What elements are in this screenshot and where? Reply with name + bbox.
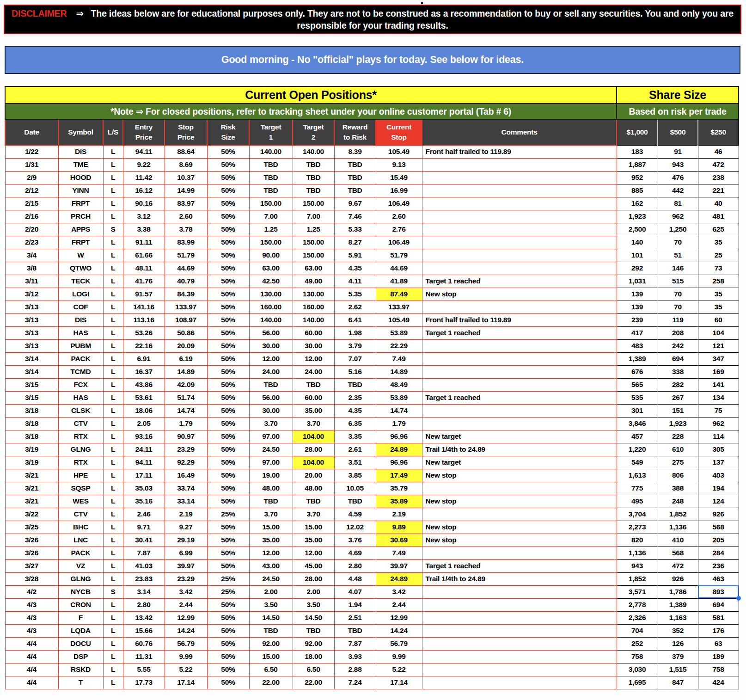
cell-target-2[interactable]: 104.00: [293, 456, 334, 469]
cell-shares-250[interactable]: 194: [698, 482, 739, 495]
cell-entry-price[interactable]: 94.11: [123, 456, 165, 469]
cell-shares-500[interactable]: 282: [658, 378, 698, 391]
cell-risk-size[interactable]: 50%: [207, 663, 249, 676]
cell-comment[interactable]: Front half trailed to 119.89: [422, 145, 617, 158]
cell-entry-price[interactable]: 23.83: [123, 572, 165, 585]
cell-reward-to-risk[interactable]: 3.79: [334, 339, 376, 352]
cell-date[interactable]: 3/4: [5, 249, 58, 262]
cell-stop-price[interactable]: 23.29: [165, 443, 207, 456]
cell-long-short[interactable]: L: [103, 534, 123, 546]
cell-entry-price[interactable]: 61.66: [123, 249, 165, 262]
cell-date[interactable]: 4/4: [5, 676, 58, 689]
cell-symbol[interactable]: HAS: [58, 391, 103, 404]
cell-shares-1000[interactable]: 565: [617, 378, 658, 391]
cell-shares-1000[interactable]: 775: [617, 482, 658, 495]
cell-current-stop[interactable]: 9.89: [376, 521, 422, 534]
cell-shares-500[interactable]: 1,923: [658, 417, 698, 430]
cell-shares-250[interactable]: 114: [698, 430, 739, 443]
cell-long-short[interactable]: L: [103, 301, 123, 313]
cell-long-short[interactable]: L: [103, 378, 123, 391]
cell-risk-size[interactable]: 50%: [207, 534, 249, 546]
cell-comment[interactable]: [422, 546, 617, 559]
cell-entry-price[interactable]: 3.12: [123, 210, 165, 223]
cell-long-short[interactable]: L: [103, 443, 123, 456]
cell-shares-1000[interactable]: 2,500: [617, 223, 658, 236]
cell-comment[interactable]: [422, 339, 617, 352]
cell-comment[interactable]: [422, 197, 617, 210]
cell-risk-size[interactable]: 50%: [207, 197, 249, 210]
cell-target-1[interactable]: 63.00: [249, 262, 293, 275]
cell-shares-250[interactable]: 63: [698, 637, 739, 650]
cell-target-1[interactable]: 22.00: [249, 676, 293, 689]
cell-current-stop[interactable]: 51.79: [376, 249, 422, 262]
cell-risk-size[interactable]: 50%: [207, 676, 249, 689]
cell-shares-250[interactable]: 568: [698, 521, 739, 534]
cell-reward-to-risk[interactable]: 4.07: [334, 585, 376, 598]
cell-comment[interactable]: Target 1 reached: [422, 391, 617, 404]
cell-entry-price[interactable]: 15.66: [123, 624, 165, 637]
cell-target-2[interactable]: TBD: [293, 495, 334, 508]
cell-entry-price[interactable]: 60.76: [123, 637, 165, 650]
cell-long-short[interactable]: L: [103, 184, 123, 197]
cell-entry-price[interactable]: 53.26: [123, 326, 165, 339]
cell-shares-500[interactable]: 1,389: [658, 598, 698, 611]
cell-shares-1000[interactable]: 162: [617, 197, 658, 210]
cell-symbol[interactable]: LQDA: [58, 624, 103, 637]
cell-long-short[interactable]: L: [103, 158, 123, 171]
cell-reward-to-risk[interactable]: 8.27: [334, 236, 376, 249]
cell-risk-size[interactable]: 50%: [207, 404, 249, 417]
cell-current-stop[interactable]: 16.99: [376, 184, 422, 197]
cell-target-2[interactable]: 12.00: [293, 352, 334, 365]
cell-shares-1000[interactable]: 301: [617, 404, 658, 417]
cell-stop-price[interactable]: 44.69: [165, 262, 207, 275]
cell-entry-price[interactable]: 141.16: [123, 301, 165, 313]
cell-current-stop[interactable]: 14.24: [376, 624, 422, 637]
cell-stop-price[interactable]: 33.74: [165, 482, 207, 495]
cell-stop-price[interactable]: 33.14: [165, 495, 207, 508]
cell-current-stop[interactable]: 14.74: [376, 404, 422, 417]
cell-target-2[interactable]: 22.00: [293, 676, 334, 689]
cell-long-short[interactable]: L: [103, 611, 123, 624]
cell-shares-250[interactable]: 463: [698, 572, 739, 585]
cell-symbol[interactable]: FRPT: [58, 197, 103, 210]
cell-risk-size[interactable]: 50%: [207, 326, 249, 339]
cell-shares-250[interactable]: 893: [698, 585, 739, 598]
cell-stop-price[interactable]: 6.19: [165, 352, 207, 365]
cell-shares-1000[interactable]: 1,031: [617, 275, 658, 288]
cell-entry-price[interactable]: 90.16: [123, 197, 165, 210]
cell-comment[interactable]: [422, 262, 617, 275]
cell-long-short[interactable]: L: [103, 275, 123, 288]
cell-symbol[interactable]: T: [58, 676, 103, 689]
cell-risk-size[interactable]: 50%: [207, 210, 249, 223]
cell-entry-price[interactable]: 93.16: [123, 430, 165, 443]
cell-date[interactable]: 1/31: [5, 158, 58, 171]
cell-current-stop[interactable]: 3.42: [376, 585, 422, 598]
cell-shares-500[interactable]: 694: [658, 352, 698, 365]
cell-target-1[interactable]: 160.00: [249, 301, 293, 313]
cell-shares-1000[interactable]: 3,846: [617, 417, 658, 430]
cell-comment[interactable]: [422, 637, 617, 650]
cell-comment[interactable]: New stop: [422, 521, 617, 534]
cell-reward-to-risk[interactable]: 5.33: [334, 223, 376, 236]
cell-reward-to-risk[interactable]: 1.98: [334, 326, 376, 339]
cell-target-1[interactable]: 3.70: [249, 417, 293, 430]
cell-stop-price[interactable]: 56.79: [165, 637, 207, 650]
cell-current-stop[interactable]: 24.89: [376, 572, 422, 585]
cell-target-1[interactable]: 3.50: [249, 598, 293, 611]
cell-target-2[interactable]: 150.00: [293, 236, 334, 249]
cell-shares-500[interactable]: 476: [658, 171, 698, 184]
cell-shares-1000[interactable]: 1,887: [617, 158, 658, 171]
cell-risk-size[interactable]: 50%: [207, 301, 249, 313]
cell-target-1[interactable]: 14.50: [249, 611, 293, 624]
cell-long-short[interactable]: L: [103, 637, 123, 650]
cell-risk-size[interactable]: 50%: [207, 650, 249, 663]
cell-stop-price[interactable]: 2.60: [165, 210, 207, 223]
cell-reward-to-risk[interactable]: 3.35: [334, 430, 376, 443]
cell-target-2[interactable]: 140.00: [293, 145, 334, 158]
cell-shares-500[interactable]: 51: [658, 249, 698, 262]
cell-current-stop[interactable]: 105.49: [376, 145, 422, 158]
cell-comment[interactable]: Trail 1/4th to 24.89: [422, 443, 617, 456]
cell-shares-1000[interactable]: 101: [617, 249, 658, 262]
cell-shares-500[interactable]: 926: [658, 572, 698, 585]
cell-symbol[interactable]: CRON: [58, 598, 103, 611]
